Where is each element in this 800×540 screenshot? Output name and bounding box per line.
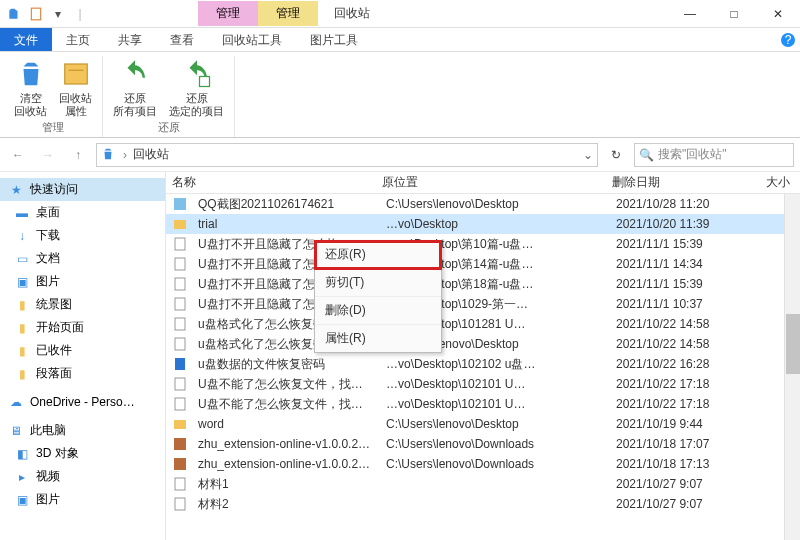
context-restore[interactable]: 还原(R) <box>315 241 441 269</box>
sidebar-label: 下载 <box>36 227 60 244</box>
search-box[interactable]: 🔍 搜索"回收站" <box>634 143 794 167</box>
ribbon-tabs: 文件 主页 共享 查看 回收站工具 图片工具 ? <box>0 28 800 52</box>
sidebar-item-8[interactable]: ▮段落面 <box>0 362 165 385</box>
contextual-tab-2[interactable]: 管理 <box>258 1 318 26</box>
address-box[interactable]: › 回收站 ⌄ <box>96 143 598 167</box>
table-row[interactable]: zhu_extension-online-v1.0.0.21…C:\Users\… <box>166 434 800 454</box>
table-row[interactable]: wordC:\Users\lenovo\Desktop2021/10/19 9:… <box>166 414 800 434</box>
file-icon <box>172 236 188 252</box>
sidebar-thispc[interactable]: 🖥此电脑 <box>0 419 165 442</box>
column-deleted-date[interactable]: 删除日期 <box>606 174 736 191</box>
sidebar-label: 桌面 <box>36 204 60 221</box>
cell-date: 2021/11/1 14:34 <box>610 257 740 271</box>
recycle-bin-properties-button[interactable]: 回收站 属性 <box>55 56 96 120</box>
tab-share[interactable]: 共享 <box>104 28 156 51</box>
sidebar-label: 此电脑 <box>30 422 66 439</box>
qat-save-icon[interactable] <box>28 6 44 22</box>
address-dropdown-icon[interactable]: ⌄ <box>583 148 593 162</box>
cell-name: u盘数据的文件恢复密码 <box>192 356 380 373</box>
maximize-button[interactable]: □ <box>712 0 756 28</box>
cell-date: 2021/11/1 15:39 <box>610 237 740 251</box>
empty-recycle-bin-button[interactable]: 清空 回收站 <box>10 56 51 120</box>
nav-up-button[interactable]: ↑ <box>66 143 90 167</box>
sidebar-pictures[interactable]: ▣图片 <box>0 270 165 293</box>
column-name[interactable]: 名称 <box>166 174 376 191</box>
cell-orig: …vo\Desktop\102102 u盘… <box>380 356 610 373</box>
table-row[interactable]: u盘格式化了怎么恢复数……vo\Desktop\101281 U…2021/10… <box>166 314 800 334</box>
cell-name: trial <box>192 217 380 231</box>
context-cut[interactable]: 剪切(T) <box>315 269 441 297</box>
address-sep: › <box>123 148 127 162</box>
minimize-button[interactable]: — <box>668 0 712 28</box>
svg-rect-3 <box>64 64 87 84</box>
sidebar-pictures-pc[interactable]: ▣图片 <box>0 488 165 511</box>
tab-file[interactable]: 文件 <box>0 28 52 51</box>
nav-back-button[interactable]: ← <box>6 143 30 167</box>
file-icon <box>172 416 188 432</box>
file-rows: QQ截图20211026174621C:\Users\lenovo\Deskto… <box>166 194 800 540</box>
window-title: 回收站 <box>334 5 370 22</box>
cell-orig: C:\Users\lenovo\Desktop <box>380 197 610 211</box>
help-button[interactable]: ? <box>776 28 800 52</box>
tab-recycle-tools[interactable]: 回收站工具 <box>208 28 296 51</box>
sidebar-onedrive[interactable]: ☁OneDrive - Perso… <box>0 391 165 413</box>
table-row[interactable]: 材料22021/10/27 9:07 <box>166 494 800 514</box>
table-row[interactable]: zhu_extension-online-v1.0.0.21…C:\Users\… <box>166 454 800 474</box>
tab-picture-tools[interactable]: 图片工具 <box>296 28 372 51</box>
picture-icon: ▣ <box>14 492 30 508</box>
sidebar-downloads[interactable]: ↓下载 <box>0 224 165 247</box>
table-row[interactable]: U盘不能了怎么恢复文件，找来找……vo\Desktop\102101 U…202… <box>166 374 800 394</box>
close-button[interactable]: ✕ <box>756 0 800 28</box>
star-icon: ★ <box>8 182 24 198</box>
tab-home[interactable]: 主页 <box>52 28 104 51</box>
cell-name: QQ截图20211026174621 <box>192 196 380 213</box>
table-row[interactable]: trial…vo\Desktop2021/10/20 11:39 <box>166 214 800 234</box>
tab-view[interactable]: 查看 <box>156 28 208 51</box>
search-placeholder: 搜索"回收站" <box>658 146 727 163</box>
qat-dropdown-icon[interactable]: ▾ <box>50 6 66 22</box>
context-delete[interactable]: 删除(D) <box>315 297 441 325</box>
restore-all-button[interactable]: 还原 所有项目 <box>109 56 161 120</box>
cube-icon: ◧ <box>14 446 30 462</box>
table-row[interactable]: U盘打不开且隐藏了怎么恢……vo\Desktop\1029-第一…2021/11… <box>166 294 800 314</box>
properties-icon <box>60 58 92 90</box>
sidebar-item-7[interactable]: ▮已收件 <box>0 339 165 362</box>
sidebar-3d-objects[interactable]: ◧3D 对象 <box>0 442 165 465</box>
cell-date: 2021/10/18 17:07 <box>610 437 740 451</box>
contextual-tab-1[interactable]: 管理 <box>198 1 258 26</box>
svg-rect-0 <box>31 8 40 20</box>
table-row[interactable]: u盘格式化了怎么恢复数据- miniC:\Users\lenovo\Deskto… <box>166 334 800 354</box>
sidebar-label: 图片 <box>36 491 60 508</box>
file-icon <box>172 356 188 372</box>
sidebar-desktop[interactable]: ▬桌面 <box>0 201 165 224</box>
nav-forward-button[interactable]: → <box>36 143 60 167</box>
file-icon <box>172 436 188 452</box>
table-row[interactable]: 材料12021/10/27 9:07 <box>166 474 800 494</box>
sidebar-label: 3D 对象 <box>36 445 79 462</box>
sidebar-item-6[interactable]: ▮开始页面 <box>0 316 165 339</box>
vertical-scrollbar[interactable] <box>784 194 800 540</box>
column-original-location[interactable]: 原位置 <box>376 174 606 191</box>
refresh-button[interactable]: ↻ <box>604 143 628 167</box>
svg-rect-14 <box>175 358 185 370</box>
context-properties[interactable]: 属性(R) <box>315 325 441 352</box>
scrollbar-thumb[interactable] <box>786 314 800 374</box>
restore-selected-button[interactable]: 还原 选定的项目 <box>165 56 228 120</box>
table-row[interactable]: U盘打不开且隐藏了怎么恢……vo\Desktop\第18篇-u盘…2021/11… <box>166 274 800 294</box>
quick-access-toolbar: ▾ | <box>0 6 94 22</box>
sidebar-quick-access[interactable]: ★ 快速访问 <box>0 178 165 201</box>
svg-rect-15 <box>175 378 185 390</box>
sidebar-documents[interactable]: ▭文档 <box>0 247 165 270</box>
cell-date: 2021/10/28 11:20 <box>610 197 740 211</box>
table-row[interactable]: QQ截图20211026174621C:\Users\lenovo\Deskto… <box>166 194 800 214</box>
sidebar-videos[interactable]: ▸视频 <box>0 465 165 488</box>
sidebar-item-5[interactable]: ▮统景图 <box>0 293 165 316</box>
cell-date: 2021/10/22 17:18 <box>610 397 740 411</box>
column-size[interactable]: 大小 <box>736 174 800 191</box>
table-row[interactable]: U盘打不开且隐藏了怎么恢……vo\Desktop\第14篇-u盘…2021/11… <box>166 254 800 274</box>
table-row[interactable]: U盘打不开且隐藏了怎么恢……vo\Desktop\第10篇-u盘…2021/11… <box>166 234 800 254</box>
ribbon-label: 还原 所有项目 <box>113 92 157 118</box>
pc-icon: 🖥 <box>8 423 24 439</box>
table-row[interactable]: u盘数据的文件恢复密码…vo\Desktop\102102 u盘…2021/10… <box>166 354 800 374</box>
table-row[interactable]: U盘不能了怎么恢复文件，找来找……vo\Desktop\102101 U…202… <box>166 394 800 414</box>
